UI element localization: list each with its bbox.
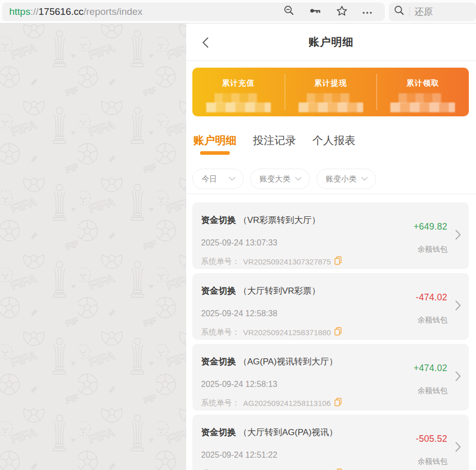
account-detail-panel: 账户明细 累计充值 累计提现 累计领取 账户明细 投注记录 个人报表 今日	[186, 24, 476, 470]
transaction-type: 资金切换	[201, 427, 236, 437]
chevron-down-icon	[295, 177, 302, 181]
back-button[interactable]	[200, 37, 211, 48]
transaction-order-row: 系统单号：VR202509241307327875	[201, 256, 412, 267]
page-url[interactable]: https://175616.cc/reports/index	[9, 6, 143, 17]
copy-icon[interactable]	[334, 256, 342, 267]
browser-toolbar: https://175616.cc/reports/index	[0, 0, 476, 24]
transaction-time: 2025-09-24 12:58:13	[201, 380, 412, 389]
find-query-text[interactable]: 还原	[414, 6, 433, 18]
filter-label: 账变小类	[326, 174, 356, 184]
wallet-label: 余额钱包	[413, 386, 447, 396]
summary-label: 累计领取	[406, 78, 439, 88]
order-label: 系统单号：	[201, 398, 240, 408]
masked-value	[299, 93, 363, 113]
transaction-title: 资金切换（VR彩票转到大厅）	[201, 214, 412, 226]
transaction-list: 资金切换（VR彩票转到大厅） 2025-09-24 13:07:33 系统单号：…	[186, 194, 476, 470]
find-in-page-box[interactable]: 还原	[389, 3, 476, 21]
chevron-right-icon[interactable]	[455, 371, 461, 384]
chevron-down-icon	[229, 177, 235, 181]
transaction-right: +474.02 余额钱包	[413, 363, 447, 396]
more-menu-icon[interactable]	[362, 7, 372, 16]
transaction-type: 资金切换	[201, 357, 236, 366]
copy-icon[interactable]	[334, 327, 342, 337]
transaction-order-row: 系统单号：VR202509241258371880	[201, 327, 412, 337]
transaction-right: +649.82 余额钱包	[413, 221, 447, 254]
search-icon	[394, 5, 405, 18]
order-number: VR202509241258371880	[243, 328, 331, 337]
wallet-label: 余额钱包	[416, 315, 447, 325]
transaction-type: 资金切换	[201, 286, 236, 296]
transaction-time: 2025-09-24 12:51:22	[201, 451, 412, 460]
url-path: /reports/index	[84, 6, 143, 17]
chevron-down-icon	[361, 177, 368, 181]
masked-value	[206, 93, 271, 113]
summary-total-withdraw: 累计提现	[285, 68, 377, 116]
masked-value	[390, 93, 455, 113]
transaction-row[interactable]: 资金切换（AG(PA)视讯转到大厅） 2025-09-24 12:58:13 系…	[192, 344, 469, 411]
transaction-amount: -474.02	[416, 292, 447, 303]
tab-account-detail[interactable]: 账户明细	[193, 135, 236, 146]
transaction-title: 资金切换（大厅转到VR彩票）	[201, 285, 412, 297]
chevron-right-icon[interactable]	[455, 442, 461, 455]
url-domain: 175616.cc	[38, 6, 84, 17]
transaction-amount: -505.52	[416, 434, 447, 444]
transaction-row[interactable]: 资金切换（VR彩票转到大厅） 2025-09-24 13:07:33 系统单号：…	[192, 202, 469, 269]
address-bar[interactable]: https://175616.cc/reports/index	[2, 3, 385, 21]
transaction-time: 2025-09-24 12:58:38	[201, 309, 412, 318]
fifa-watermark-background: FIFA FIFA	[0, 24, 186, 470]
summary-total-deposit: 累计充值	[192, 68, 285, 116]
app-header: 账户明细	[186, 24, 476, 61]
url-scheme: https	[9, 6, 30, 17]
tab-bet-records[interactable]: 投注记录	[253, 135, 296, 146]
filter-minor-category-select[interactable]: 账变小类	[316, 169, 376, 189]
url-separator: ://	[30, 6, 38, 17]
filter-label: 今日	[202, 174, 217, 184]
transaction-title: 资金切换（大厅转到AG(PA)视讯）	[201, 426, 412, 438]
chevron-right-icon[interactable]	[455, 230, 461, 242]
chevron-right-icon[interactable]	[455, 300, 461, 313]
summary-card: 累计充值 累计提现 累计领取	[192, 68, 469, 116]
transaction-time: 2025-09-24 13:07:33	[201, 238, 412, 248]
filter-row: 今日 账变大类 账变小类	[192, 169, 476, 189]
password-key-icon[interactable]	[309, 7, 322, 17]
transaction-amount: +649.82	[413, 221, 447, 232]
filter-date-select[interactable]: 今日	[192, 169, 244, 189]
transaction-detail: （大厅转到VR彩票）	[239, 286, 321, 296]
order-number: AG202509241258113106	[243, 399, 331, 407]
find-separator	[409, 7, 410, 17]
copy-icon[interactable]	[334, 398, 342, 408]
report-tabs: 账户明细 投注记录 个人报表	[193, 135, 476, 146]
transaction-amount: +474.02	[413, 363, 447, 374]
filter-major-category-select[interactable]: 账变大类	[250, 169, 310, 189]
zoom-out-icon[interactable]	[284, 5, 294, 18]
order-number: VR202509241307327875	[243, 257, 331, 266]
page-title: 账户明细	[309, 35, 354, 49]
transaction-detail: （AG(PA)视讯转到大厅）	[239, 357, 338, 366]
transaction-row[interactable]: 资金切换（大厅转到VR彩票） 2025-09-24 12:58:38 系统单号：…	[192, 273, 469, 340]
transaction-right: -474.02 余额钱包	[416, 292, 447, 325]
summary-label: 累计提现	[314, 78, 347, 88]
wallet-label: 余额钱包	[416, 457, 447, 466]
transaction-type: 资金切换	[201, 215, 236, 225]
summary-total-claimed: 累计领取	[376, 68, 469, 116]
transaction-right: -505.52 余额钱包	[416, 434, 447, 466]
transaction-title: 资金切换（AG(PA)视讯转到大厅）	[201, 356, 412, 367]
wallet-label: 余额钱包	[413, 244, 447, 254]
transaction-detail: （VR彩票转到大厅）	[239, 215, 321, 225]
order-label: 系统单号：	[201, 257, 240, 267]
transaction-row[interactable]: 资金切换（大厅转到AG(PA)视讯） 2025-09-24 12:51:22 系…	[192, 415, 469, 470]
transaction-order-row: 系统单号：AG202509241258113106	[201, 398, 412, 408]
summary-label: 累计充值	[222, 78, 255, 88]
tab-personal-report[interactable]: 个人报表	[312, 135, 355, 146]
bookmark-star-icon[interactable]	[336, 6, 347, 18]
filter-label: 账变大类	[260, 174, 290, 184]
order-label: 系统单号：	[201, 328, 240, 337]
transaction-detail: （大厅转到AG(PA)视讯）	[239, 427, 338, 437]
